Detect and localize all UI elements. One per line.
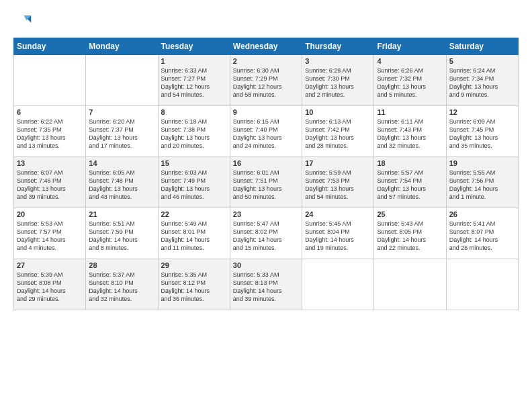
day-info: Sunrise: 6:13 AM Sunset: 7:42 PM Dayligh… <box>305 118 371 150</box>
day-info: Sunrise: 5:35 AM Sunset: 8:12 PM Dayligh… <box>161 271 227 304</box>
day-info: Sunrise: 5:47 AM Sunset: 8:02 PM Dayligh… <box>233 220 299 253</box>
day-info: Sunrise: 5:59 AM Sunset: 7:53 PM Dayligh… <box>305 169 371 201</box>
day-info: Sunrise: 5:39 AM Sunset: 8:08 PM Dayligh… <box>17 271 83 304</box>
day-info: Sunrise: 5:57 AM Sunset: 7:54 PM Dayligh… <box>377 169 443 201</box>
day-number: 12 <box>449 108 515 116</box>
calendar-cell: 30Sunrise: 5:33 AM Sunset: 8:13 PM Dayli… <box>230 259 302 310</box>
col-header-tuesday: Tuesday <box>158 38 230 55</box>
day-number: 26 <box>449 210 515 218</box>
day-info: Sunrise: 5:45 AM Sunset: 8:04 PM Dayligh… <box>305 220 371 253</box>
day-info: Sunrise: 6:26 AM Sunset: 7:32 PM Dayligh… <box>377 66 443 99</box>
calendar-cell: 6Sunrise: 6:22 AM Sunset: 7:35 PM Daylig… <box>14 106 86 157</box>
day-number: 2 <box>233 57 299 65</box>
day-info: Sunrise: 5:33 AM Sunset: 8:13 PM Dayligh… <box>233 271 299 304</box>
calendar-cell: 25Sunrise: 5:43 AM Sunset: 8:05 PM Dayli… <box>374 208 446 259</box>
calendar-week-row: 1Sunrise: 6:33 AM Sunset: 7:27 PM Daylig… <box>14 55 519 106</box>
calendar-cell: 21Sunrise: 5:51 AM Sunset: 7:59 PM Dayli… <box>86 208 158 259</box>
logo <box>13 12 34 31</box>
day-number: 10 <box>305 108 371 116</box>
calendar-cell: 11Sunrise: 6:11 AM Sunset: 7:43 PM Dayli… <box>374 106 446 157</box>
calendar-cell <box>374 259 446 310</box>
calendar-header-row: SundayMondayTuesdayWednesdayThursdayFrid… <box>14 38 519 55</box>
calendar-week-row: 27Sunrise: 5:39 AM Sunset: 8:08 PM Dayli… <box>14 259 519 310</box>
day-number: 8 <box>161 108 227 116</box>
day-number: 30 <box>233 261 299 269</box>
day-number: 5 <box>449 57 515 65</box>
day-info: Sunrise: 6:05 AM Sunset: 7:48 PM Dayligh… <box>89 169 154 201</box>
calendar-cell: 23Sunrise: 5:47 AM Sunset: 8:02 PM Dayli… <box>230 208 302 259</box>
day-number: 7 <box>89 108 154 116</box>
calendar-week-row: 13Sunrise: 6:07 AM Sunset: 7:46 PM Dayli… <box>14 157 519 208</box>
calendar-cell: 10Sunrise: 6:13 AM Sunset: 7:42 PM Dayli… <box>302 106 374 157</box>
calendar-cell: 15Sunrise: 6:03 AM Sunset: 7:49 PM Dayli… <box>158 157 230 208</box>
col-header-monday: Monday <box>86 38 158 55</box>
day-number: 14 <box>89 159 154 167</box>
calendar-week-row: 20Sunrise: 5:53 AM Sunset: 7:57 PM Dayli… <box>14 208 519 259</box>
day-info: Sunrise: 5:37 AM Sunset: 8:10 PM Dayligh… <box>89 271 154 304</box>
day-number: 15 <box>161 159 227 167</box>
calendar-cell: 29Sunrise: 5:35 AM Sunset: 8:12 PM Dayli… <box>158 259 230 310</box>
day-info: Sunrise: 6:33 AM Sunset: 7:27 PM Dayligh… <box>161 66 227 99</box>
col-header-wednesday: Wednesday <box>230 38 302 55</box>
day-info: Sunrise: 6:03 AM Sunset: 7:49 PM Dayligh… <box>161 169 227 201</box>
day-number: 17 <box>305 159 371 167</box>
calendar-cell: 14Sunrise: 6:05 AM Sunset: 7:48 PM Dayli… <box>86 157 158 208</box>
svg-rect-0 <box>13 12 32 31</box>
day-info: Sunrise: 5:43 AM Sunset: 8:05 PM Dayligh… <box>377 220 443 253</box>
calendar-cell: 24Sunrise: 5:45 AM Sunset: 8:04 PM Dayli… <box>302 208 374 259</box>
day-number: 21 <box>89 210 154 218</box>
calendar-table: SundayMondayTuesdayWednesdayThursdayFrid… <box>13 38 519 310</box>
day-number: 23 <box>233 210 299 218</box>
calendar-cell <box>446 259 518 310</box>
day-info: Sunrise: 6:18 AM Sunset: 7:38 PM Dayligh… <box>161 118 227 150</box>
day-number: 20 <box>17 210 83 218</box>
day-info: Sunrise: 5:55 AM Sunset: 7:56 PM Dayligh… <box>449 169 515 201</box>
page: SundayMondayTuesdayWednesdayThursdayFrid… <box>0 0 532 411</box>
calendar-cell <box>86 55 158 106</box>
calendar-cell: 2Sunrise: 6:30 AM Sunset: 7:29 PM Daylig… <box>230 55 302 106</box>
day-info: Sunrise: 6:15 AM Sunset: 7:40 PM Dayligh… <box>233 118 299 150</box>
header <box>13 12 519 31</box>
day-number: 19 <box>449 159 515 167</box>
calendar-cell <box>302 259 374 310</box>
day-number: 11 <box>377 108 443 116</box>
calendar-cell: 12Sunrise: 6:09 AM Sunset: 7:45 PM Dayli… <box>446 106 518 157</box>
day-info: Sunrise: 6:09 AM Sunset: 7:45 PM Dayligh… <box>449 118 515 150</box>
calendar-cell: 7Sunrise: 6:20 AM Sunset: 7:37 PM Daylig… <box>86 106 158 157</box>
col-header-friday: Friday <box>374 38 446 55</box>
day-number: 24 <box>305 210 371 218</box>
calendar-cell: 18Sunrise: 5:57 AM Sunset: 7:54 PM Dayli… <box>374 157 446 208</box>
calendar-cell: 22Sunrise: 5:49 AM Sunset: 8:01 PM Dayli… <box>158 208 230 259</box>
day-number: 3 <box>305 57 371 65</box>
day-info: Sunrise: 5:49 AM Sunset: 8:01 PM Dayligh… <box>161 220 227 253</box>
day-number: 27 <box>17 261 83 269</box>
calendar-cell: 4Sunrise: 6:26 AM Sunset: 7:32 PM Daylig… <box>374 55 446 106</box>
day-info: Sunrise: 5:41 AM Sunset: 8:07 PM Dayligh… <box>449 220 515 253</box>
day-info: Sunrise: 6:11 AM Sunset: 7:43 PM Dayligh… <box>377 118 443 150</box>
day-number: 6 <box>17 108 83 116</box>
calendar-cell: 9Sunrise: 6:15 AM Sunset: 7:40 PM Daylig… <box>230 106 302 157</box>
day-info: Sunrise: 5:53 AM Sunset: 7:57 PM Dayligh… <box>17 220 83 253</box>
calendar-cell: 13Sunrise: 6:07 AM Sunset: 7:46 PM Dayli… <box>14 157 86 208</box>
day-number: 16 <box>233 159 299 167</box>
col-header-thursday: Thursday <box>302 38 374 55</box>
day-info: Sunrise: 6:07 AM Sunset: 7:46 PM Dayligh… <box>17 169 83 201</box>
col-header-saturday: Saturday <box>446 38 518 55</box>
calendar-cell <box>14 55 86 106</box>
day-number: 28 <box>89 261 154 269</box>
day-number: 4 <box>377 57 443 65</box>
calendar-cell: 20Sunrise: 5:53 AM Sunset: 7:57 PM Dayli… <box>14 208 86 259</box>
day-number: 9 <box>233 108 299 116</box>
day-info: Sunrise: 6:30 AM Sunset: 7:29 PM Dayligh… <box>233 66 299 99</box>
day-info: Sunrise: 5:51 AM Sunset: 7:59 PM Dayligh… <box>89 220 154 253</box>
day-number: 25 <box>377 210 443 218</box>
day-number: 1 <box>161 57 227 65</box>
calendar-cell: 8Sunrise: 6:18 AM Sunset: 7:38 PM Daylig… <box>158 106 230 157</box>
day-info: Sunrise: 6:28 AM Sunset: 7:30 PM Dayligh… <box>305 66 371 99</box>
day-info: Sunrise: 6:24 AM Sunset: 7:34 PM Dayligh… <box>449 66 515 99</box>
col-header-sunday: Sunday <box>14 38 86 55</box>
day-number: 13 <box>17 159 83 167</box>
day-info: Sunrise: 6:20 AM Sunset: 7:37 PM Dayligh… <box>89 118 154 150</box>
day-info: Sunrise: 6:22 AM Sunset: 7:35 PM Dayligh… <box>17 118 83 150</box>
day-number: 18 <box>377 159 443 167</box>
